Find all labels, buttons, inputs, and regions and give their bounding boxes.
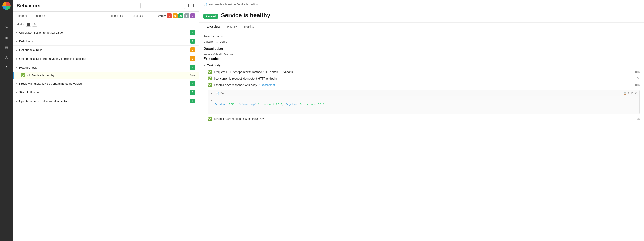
group-count: 5 xyxy=(190,98,195,104)
group-preview-kpis-row[interactable]: ▶ Preview financial KPIs by changing som… xyxy=(13,79,198,88)
group-check-permission-row[interactable]: ▶ Check permission to get kpi value 1 xyxy=(13,28,198,37)
search-input[interactable] xyxy=(140,3,185,9)
status-summary: Status: 0 0 26 0 0 xyxy=(157,14,195,18)
step-passed-icon-1: ✅ xyxy=(208,70,212,74)
step-row-2: ✅ I concurrently request idempotent HTTP… xyxy=(203,75,640,82)
test-body-group[interactable]: ▼ Test body xyxy=(203,64,640,67)
test-item-service-healthy[interactable]: ✅ #1 Service is healthy 16ms xyxy=(13,72,198,79)
behaviors-header: Behaviors ℹ ⬇ xyxy=(13,0,198,12)
col-duration-label: duration xyxy=(111,14,121,18)
doc-file-icon: 📄 xyxy=(216,92,219,95)
detail-breadcrumb: 📄 features/Health.feature:Service is hea… xyxy=(199,0,644,9)
step-time-1: 1ms xyxy=(635,70,640,73)
group-count: 1 xyxy=(190,39,195,44)
sidebar-icon-menu[interactable]: ☰ xyxy=(2,72,11,82)
marks-label: Marks: xyxy=(16,22,25,26)
status-badge-orange: 0 xyxy=(173,14,178,18)
step-passed-icon-3: ✅ xyxy=(208,83,212,87)
description-value: features/Health.feature xyxy=(203,53,640,56)
sidebar-icon-flag[interactable]: ⚑ xyxy=(2,23,11,32)
step-time-2: 0s xyxy=(637,77,640,80)
col-name[interactable]: name ⇅ xyxy=(36,14,111,18)
step-time-4: 0s xyxy=(637,118,640,120)
severity-meta: Severity: normal xyxy=(203,35,640,38)
status-badge-purple: 0 xyxy=(190,14,195,18)
passed-badge: Passed xyxy=(203,14,218,18)
detail-content: Severity: normal Duration: ⏱ 16ms Descri… xyxy=(199,31,644,126)
json-open-brace: { xyxy=(211,99,213,102)
json-colon-2: : xyxy=(256,103,258,106)
sidebar-icon-clock[interactable]: ◷ xyxy=(2,53,11,62)
step-passed-icon-4: ✅ xyxy=(208,117,212,121)
doc-size: 71 B xyxy=(628,92,633,94)
step-row-3: ✅ I should have response with body 1 att… xyxy=(203,82,640,88)
group-health-check-row[interactable]: ▼ Health Check 1 xyxy=(13,63,198,72)
order-sort-icon: ⇅ xyxy=(25,15,27,17)
group-definitions: ▶ Definitions 1 xyxy=(13,37,198,46)
mark-icon-warning[interactable]: ⚠ xyxy=(32,22,37,27)
json-close-brace: } xyxy=(211,108,213,111)
group-financial-kpis-row[interactable]: ▶ Get financial KPIs 7 xyxy=(13,46,198,54)
json-val-status: "OK" xyxy=(229,103,235,106)
group-store-indicators-row[interactable]: ▶ Store Indicators 3 xyxy=(13,88,198,96)
test-passed-icon: ✅ xyxy=(21,73,25,78)
col-duration[interactable]: duration ⇅ xyxy=(111,14,134,18)
expand-arrow-icon: ▶ xyxy=(16,91,18,94)
sidebar-icon-briefcase[interactable]: ▣ xyxy=(2,33,11,42)
group-financial-kpis-liabilities-row[interactable]: ▶ Get financial KPIs with a variety of e… xyxy=(13,54,198,63)
group-financial-kpis-liabilities: ▶ Get financial KPIs with a variety of e… xyxy=(13,54,198,63)
doc-expand-fullscreen-icon[interactable]: ⤢ xyxy=(634,92,637,95)
group-definitions-row[interactable]: ▶ Definitions 1 xyxy=(13,37,198,46)
doc-expand-icon: ▼ xyxy=(210,92,213,94)
sidebar-icon-home[interactable]: ⌂ xyxy=(2,14,11,22)
behaviors-title: Behaviors xyxy=(16,3,138,9)
duration-value: 16ms xyxy=(220,40,227,43)
app-logo[interactable] xyxy=(2,2,10,10)
json-comma-1: , xyxy=(235,103,237,106)
detail-panel: 📄 features/Health.feature:Service is hea… xyxy=(199,0,644,241)
test-name: Service is healthy xyxy=(31,74,188,77)
group-count: 1 xyxy=(190,30,195,35)
col-order-label: order xyxy=(18,14,25,18)
tab-retries[interactable]: Retries xyxy=(240,22,258,31)
duration-label: Duration: xyxy=(203,40,215,43)
test-duration: 16ms xyxy=(188,74,195,77)
description-section-title: Description xyxy=(203,47,640,51)
step-text-3: I should have response with body 1 attac… xyxy=(214,83,631,87)
detail-tabs: Overview History Retries xyxy=(199,22,644,31)
sidebar: ⌂ ⚑ ▣ ▦ ◷ ≡ ☰ xyxy=(0,0,13,241)
doc-line-1: { xyxy=(211,98,636,103)
group-name: Get financial KPIs with a variety of exi… xyxy=(19,57,190,60)
sidebar-icon-list[interactable]: ≡ xyxy=(2,63,11,72)
step-row-1: ✅ I request HTTP endpoint with method "G… xyxy=(203,69,640,75)
expand-arrow-icon: ▶ xyxy=(16,31,18,34)
sidebar-icon-chart[interactable]: ▦ xyxy=(2,43,11,52)
expand-arrow-icon: ▼ xyxy=(16,66,18,69)
behaviors-panel: Behaviors ℹ ⬇ order ⇅ name ⇅ duration xyxy=(13,0,199,241)
tab-overview[interactable]: Overview xyxy=(203,22,224,31)
behavior-list: ▶ Check permission to get kpi value 1 ▶ … xyxy=(13,28,198,241)
expand-arrow-icon: ▶ xyxy=(16,40,18,42)
info-button[interactable]: ℹ xyxy=(188,3,190,8)
step-time-3: 11ms xyxy=(634,84,640,86)
group-health-check: ▼ Health Check 1 ✅ #1 Service is healthy… xyxy=(13,63,198,79)
col-status[interactable]: status ⇅ xyxy=(134,14,152,18)
group-name: Check permission to get kpi value xyxy=(19,31,190,34)
step-passed-icon-2: ✅ xyxy=(208,76,212,80)
doc-body: { "status":"OK", "timestamp":"<ignore-di… xyxy=(208,96,639,114)
download-button[interactable]: ⬇ xyxy=(192,3,195,8)
status-badge-red: 0 xyxy=(167,14,172,18)
col-order[interactable]: order ⇅ xyxy=(18,14,36,18)
severity-label: Severity: xyxy=(203,35,215,38)
detail-header: Passed Service is healthy xyxy=(199,9,644,22)
step-row-4: ✅ I should have response with status "OK… xyxy=(203,116,640,122)
step-text-4: I should have response with status "OK" xyxy=(214,117,634,120)
mark-icon-dark[interactable]: ⬛ xyxy=(26,22,31,27)
json-comma-2: , xyxy=(282,103,284,106)
tab-history[interactable]: History xyxy=(224,22,240,31)
group-update-periods-row[interactable]: ▶ Update periods of document indicators … xyxy=(13,97,198,105)
test-body-expand-icon: ▼ xyxy=(203,64,206,67)
attachment-label: 1 attachment xyxy=(259,84,275,87)
status-badge-gray: 0 xyxy=(184,14,189,18)
doc-header[interactable]: ▼ 📄 Doc 📋 71 B ⤢ xyxy=(208,90,639,96)
